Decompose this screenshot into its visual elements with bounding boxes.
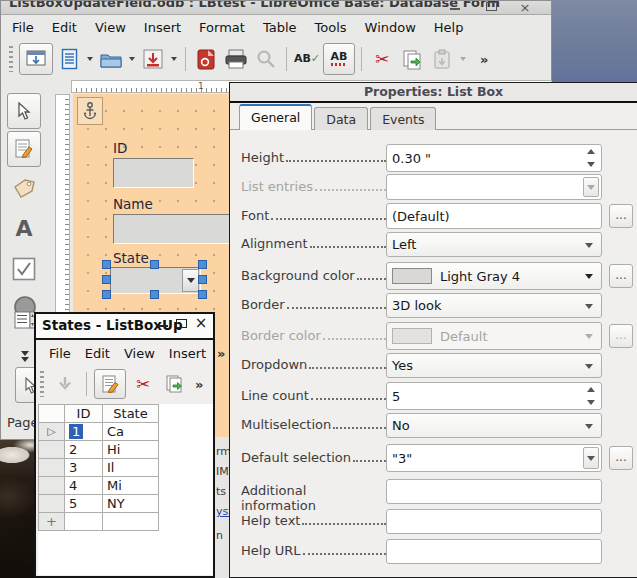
copy-button[interactable] [398, 44, 426, 74]
cell-state[interactable]: Il [103, 459, 159, 477]
combo-dropdown-icon[interactable] [583, 177, 599, 197]
selection-handle-s[interactable] [150, 290, 159, 299]
menu-format[interactable]: Format [190, 18, 254, 37]
row-handle[interactable] [39, 477, 65, 495]
open-dropdown-icon[interactable] [129, 57, 135, 61]
cell-id[interactable]: 3 [65, 459, 103, 477]
states-titlebar[interactable]: States - ListBoxUp × [36, 314, 213, 340]
listbox-dropdown-icon[interactable] [182, 269, 199, 292]
multiselection-select[interactable]: No [386, 413, 602, 438]
help-text-input[interactable] [386, 509, 602, 534]
line-count-input[interactable]: 5 [386, 382, 602, 410]
toolbar-grip[interactable] [9, 46, 13, 72]
cell-state-empty[interactable] [103, 513, 159, 531]
list-entries-input[interactable] [386, 174, 602, 200]
row-handle[interactable] [39, 495, 65, 513]
minimize-icon[interactable] [447, 1, 463, 12]
states-menu-overflow-icon[interactable]: » [213, 346, 229, 361]
states-minimize-icon[interactable] [155, 316, 171, 329]
cell-state[interactable]: NY [103, 495, 159, 513]
default-selection-more-button[interactable]: ... [609, 446, 633, 470]
states-cut-button[interactable]: ✂ [129, 369, 157, 399]
states-menu-view[interactable]: View [117, 344, 162, 363]
states-menu-file[interactable]: File [42, 344, 78, 363]
selection-handle-sw[interactable] [102, 290, 111, 299]
row-handle[interactable] [39, 441, 65, 459]
border-color-more-button[interactable]: ... [609, 324, 633, 348]
states-close-icon[interactable]: × [193, 317, 209, 330]
save-button[interactable] [139, 44, 167, 74]
form-design-toggle-button[interactable] [19, 43, 53, 75]
paste-dropdown-icon[interactable] [460, 57, 466, 61]
form-label-id[interactable]: ID [113, 140, 127, 156]
column-header-state[interactable]: State [103, 405, 159, 423]
cell-id[interactable]: 5 [65, 495, 103, 513]
form-field-id[interactable] [113, 158, 194, 188]
spinner-icons[interactable] [584, 385, 598, 407]
close-icon[interactable]: × [517, 1, 533, 14]
properties-titlebar[interactable]: Properties: List Box [230, 83, 637, 103]
tab-events[interactable]: Events [370, 107, 436, 130]
menu-insert[interactable]: Insert [135, 18, 190, 37]
paste-button[interactable] [428, 44, 456, 74]
select-tool-button[interactable] [7, 93, 41, 129]
text-box-tool-button[interactable]: A [12, 215, 36, 241]
checkbox-tool-button[interactable] [12, 257, 36, 281]
selection-handle-e[interactable] [198, 275, 207, 284]
maximize-icon[interactable] [483, 1, 499, 12]
cell-state[interactable]: Ca [103, 423, 159, 441]
states-toolbar-grip[interactable] [40, 371, 44, 397]
help-url-input[interactable] [386, 539, 602, 564]
tab-general[interactable]: General [239, 104, 312, 130]
form-field-name[interactable] [113, 214, 233, 244]
menu-help[interactable]: Help [425, 18, 473, 37]
menu-edit[interactable]: Edit [43, 18, 86, 37]
export-pdf-button[interactable] [192, 44, 220, 74]
cell-state[interactable]: Hi [103, 441, 159, 459]
selection-handle-ne[interactable] [198, 260, 207, 269]
background-color-select[interactable]: Light Gray 4 [386, 262, 602, 290]
combo-dropdown-icon[interactable] [583, 447, 599, 469]
menu-view[interactable]: View [86, 18, 135, 37]
menu-table[interactable]: Table [254, 18, 306, 37]
form-label-name[interactable]: Name [113, 196, 153, 212]
new-row-plus-icon[interactable]: + [39, 513, 65, 531]
form-label-state[interactable]: State [113, 250, 149, 266]
cut-button[interactable]: ✂ [368, 44, 396, 74]
cell-state[interactable]: Mi [103, 477, 159, 495]
auto-spellcheck-button[interactable]: AB [323, 43, 355, 75]
states-toolbar-overflow-icon[interactable]: » [191, 377, 207, 392]
toolbox-overflow-icon[interactable] [21, 351, 29, 362]
zoom-button[interactable] [252, 44, 280, 74]
selection-handle-w[interactable] [102, 275, 111, 284]
print-button[interactable] [222, 44, 250, 74]
menu-file[interactable]: File [3, 18, 43, 37]
new-document-dropdown-icon[interactable] [87, 57, 93, 61]
selection-handle-nw[interactable] [102, 260, 111, 269]
cell-id[interactable]: 1 [65, 423, 103, 441]
border-select[interactable]: 3D look [386, 293, 602, 318]
cell-id[interactable]: 4 [65, 477, 103, 495]
states-maximize-icon[interactable] [173, 316, 189, 329]
states-menu-insert[interactable]: Insert [162, 344, 213, 363]
states-edit-data-button[interactable] [94, 369, 126, 399]
anchor-chip[interactable] [77, 97, 103, 125]
font-more-button[interactable]: ... [609, 204, 633, 228]
menu-window[interactable]: Window [356, 18, 425, 37]
row-handle-header[interactable] [39, 405, 65, 423]
cell-id-empty[interactable] [65, 513, 103, 531]
column-header-id[interactable]: ID [65, 405, 103, 423]
border-color-select[interactable]: Default [386, 322, 602, 350]
design-mode-button[interactable] [7, 131, 41, 167]
main-titlebar[interactable]: ListBoxUpdateField.odb : LBtest - LibreO… [1, 1, 551, 15]
current-row-pointer-icon[interactable]: ▷ [39, 423, 65, 441]
dropdown-select[interactable]: Yes [386, 353, 602, 378]
row-handle[interactable] [39, 459, 65, 477]
toolbar-overflow-icon[interactable]: » [476, 52, 492, 67]
new-document-button[interactable] [55, 44, 83, 74]
font-input[interactable]: (Default) [386, 203, 602, 229]
states-save-record-button[interactable] [51, 369, 79, 399]
spinner-icons[interactable] [584, 147, 598, 169]
list-box-tool-button[interactable] [14, 311, 36, 329]
selection-handle-n[interactable] [150, 260, 159, 269]
